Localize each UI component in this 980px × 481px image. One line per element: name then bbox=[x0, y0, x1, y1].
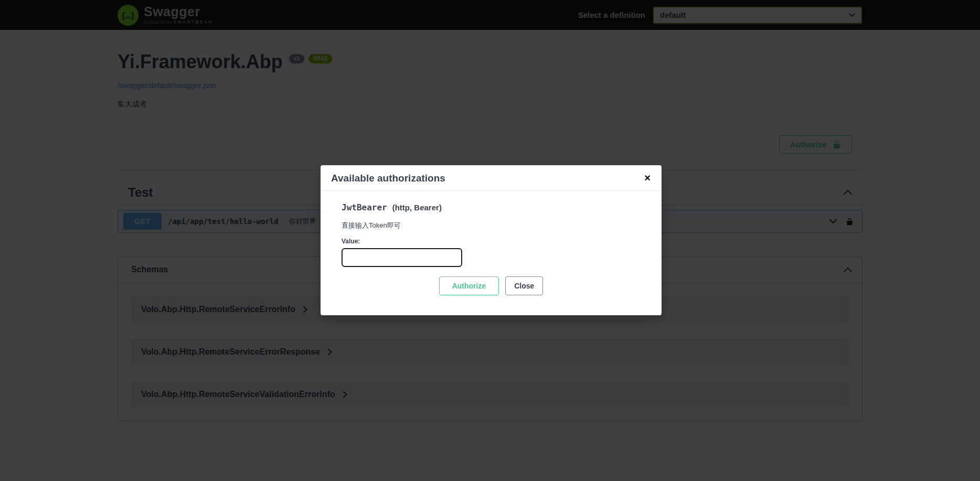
modal-title: Available authorizations bbox=[331, 173, 445, 184]
auth-scheme-description: 直接输入Token即可 bbox=[342, 221, 641, 230]
token-value-input[interactable] bbox=[342, 248, 462, 267]
close-icon[interactable]: ✕ bbox=[644, 174, 651, 183]
modal-close-button[interactable]: Close bbox=[505, 276, 543, 295]
value-label: Value: bbox=[342, 238, 641, 245]
modal-authorize-button[interactable]: Authorize bbox=[439, 276, 499, 295]
auth-scheme-name: JwtBearer bbox=[342, 202, 387, 212]
auth-scheme-type: (http, Bearer) bbox=[392, 203, 442, 212]
authorizations-modal: Available authorizations ✕ JwtBearer (ht… bbox=[321, 165, 662, 315]
